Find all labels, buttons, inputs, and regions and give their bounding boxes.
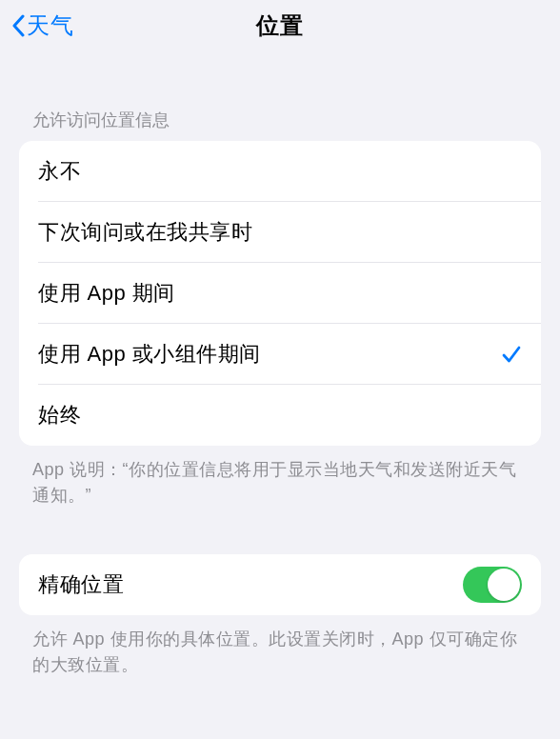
back-chevron-icon: [10, 12, 27, 39]
option-always[interactable]: 始终: [19, 385, 541, 446]
toggle-knob-icon: [488, 569, 520, 601]
option-never[interactable]: 永不: [19, 141, 541, 202]
page-title: 位置: [0, 10, 560, 41]
option-label: 下次询问或在我共享时: [38, 218, 522, 247]
checkmark-icon: [501, 344, 522, 365]
section-header-access: 允许访问位置信息: [0, 51, 560, 141]
section-footer-precise: 允许 App 使用你的具体位置。此设置关闭时，App 仅可确定你的大致位置。: [0, 615, 560, 678]
option-while-using-app[interactable]: 使用 App 期间: [19, 263, 541, 324]
option-label: 使用 App 期间: [38, 279, 522, 308]
option-label: 始终: [38, 401, 522, 429]
option-label: 使用 App 或小组件期间: [38, 340, 501, 369]
navbar: 天气 位置: [0, 0, 560, 51]
option-label: 永不: [38, 157, 522, 186]
precise-location-row: 精确位置: [19, 554, 541, 615]
back-label: 天气: [27, 10, 74, 41]
precise-location-toggle[interactable]: [463, 567, 522, 603]
back-button[interactable]: 天气: [0, 10, 74, 41]
precise-location-label: 精确位置: [38, 570, 463, 599]
section-footer-app-description: App 说明：“你的位置信息将用于显示当地天气和发送附近天气通知。”: [0, 446, 560, 509]
location-access-group: 永不 下次询问或在我共享时 使用 App 期间 使用 App 或小组件期间 始终: [19, 141, 541, 446]
option-while-using-app-or-widgets[interactable]: 使用 App 或小组件期间: [19, 324, 541, 385]
option-ask-next-time[interactable]: 下次询问或在我共享时: [19, 202, 541, 263]
precise-location-group: 精确位置: [19, 554, 541, 615]
